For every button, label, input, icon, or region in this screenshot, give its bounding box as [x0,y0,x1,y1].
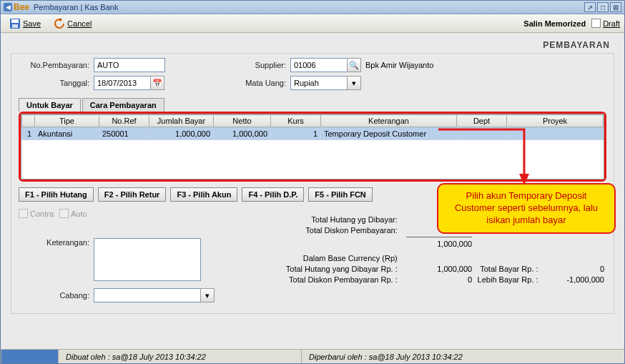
f5-pilih-fcn-button[interactable]: F5 - Pilih FCN [308,187,373,202]
save-icon [9,18,21,29]
keterangan-label: Keterangan: [19,238,94,247]
row-num: 1 [22,127,35,140]
total-bayar-label: Total Bayar Rp. : [472,265,538,273]
auto-checkbox: Auto [59,209,87,218]
window-title: Pembayaran | Kas Bank [34,3,583,11]
cell-tipe[interactable]: Akuntansi [35,127,99,140]
tanggal-input[interactable] [94,76,151,90]
app-logo: Bee [14,2,29,12]
maximize-icon[interactable]: □ [597,2,609,12]
chevron-down-icon[interactable]: ▾ [200,288,215,302]
section-title: PEMBAYARAN [11,40,614,50]
salin-memorized-button[interactable]: Salin Memorized [523,19,586,28]
status-blue [1,350,58,363]
save-label: Save [23,19,41,28]
diskon-rp-value: 0 [406,275,472,284]
cell-jumlah[interactable]: 1,000,000 [149,127,214,140]
annotation-callout: Pilih akun Temporary Deposit Customer se… [437,183,616,234]
calendar-icon[interactable]: 📅 [150,76,164,90]
tab-cara-pembayaran[interactable]: Cara Pembayaran [82,98,164,112]
total-hutang-label: Total Hutang yg Dibayar: [247,215,406,224]
subtotal-value: 1,000,000 [406,240,472,248]
supplier-name: Bpk Amir Wijayanto [365,61,433,69]
lebih-bayar-value: -1,000,000 [538,275,604,284]
lebih-bayar-label: Lebih Bayar Rp. : [472,275,538,284]
svg-rect-2 [12,24,18,28]
f1-pilih-hutang-button[interactable]: F1 - Pilih Hutang [19,187,94,202]
title-bar: ◀ Bee Pembayaran | Kas Bank ⇗ □ ⊠ [1,1,624,14]
chevron-down-icon[interactable]: ▾ [347,76,361,90]
col-netto[interactable]: Netto [214,115,271,127]
svg-rect-1 [11,19,19,23]
col-noref[interactable]: No.Ref [99,115,149,127]
cell-noref[interactable]: 250001 [99,127,149,140]
cell-kurs[interactable]: 1 [271,127,321,140]
back-icon[interactable]: ◀ [4,3,12,11]
hutang-rp-label: Total Hutang yang Dibayar Rp. : [247,265,406,273]
tab-untuk-bayar[interactable]: Untuk Bayar [19,98,81,112]
mata-uang-select[interactable] [290,76,348,90]
close-icon[interactable]: ⊠ [610,2,621,12]
no-pembayaran-label: No.Pembayaran: [19,61,94,69]
total-bayar-value: 0 [538,265,604,273]
col-jumlah[interactable]: Jumlah Bayar [149,115,214,127]
f2-pilih-retur-button[interactable]: F2 - Pilih Retur [98,187,167,202]
mata-uang-label: Mata Uang: [240,79,290,87]
app-window: ◀ Bee Pembayaran | Kas Bank ⇗ □ ⊠ Save C… [0,0,625,364]
f4-pilih-dp-button[interactable]: F4 - Pilih D.P. [242,187,304,202]
cancel-label: Cancel [67,19,92,28]
supplier-label: Supplier: [240,61,290,69]
col-tipe[interactable]: Tipe [35,115,99,127]
undo-icon [54,18,65,29]
no-pembayaran-input[interactable] [94,58,165,72]
minimize-icon[interactable]: ⇗ [584,2,596,12]
diskon-rp-label: Total Diskon Pembayaran Rp. : [247,275,406,284]
f3-pilih-akun-button[interactable]: F3 - Pilih Akun [170,187,237,202]
cabang-label: Cabang: [19,291,94,300]
base-currency-label: Dalam Base Currency (Rp) [247,254,406,262]
toolbar: Save Cancel Salin Memorized Draft [1,14,624,33]
save-button[interactable]: Save [5,16,45,31]
status-bar: Dibuat oleh : sa@18 July 2013 10:34:22 D… [1,349,624,363]
keterangan-input[interactable] [94,238,201,281]
contra-checkbox: Contra [19,209,54,218]
cancel-button[interactable]: Cancel [49,16,96,31]
col-kurs[interactable]: Kurs [271,115,321,127]
cabang-select[interactable] [94,288,201,302]
draft-label: Draft [603,19,620,28]
supplier-code-input[interactable] [290,58,348,72]
draft-checkbox[interactable] [591,19,601,28]
hutang-rp-value: 1,000,000 [406,265,472,273]
status-dibuat: Dibuat oleh : sa@18 July 2013 10:34:22 [58,350,301,363]
search-icon[interactable]: 🔍 [347,58,361,72]
tanggal-label: Tanggal: [19,79,94,87]
cell-netto[interactable]: 1,000,000 [214,127,271,140]
status-diperbarui: Diperbarui oleh : sa@18 July 2013 10:34:… [301,350,624,363]
total-diskon-label: Total Diskon Pembayaran: [247,226,406,235]
